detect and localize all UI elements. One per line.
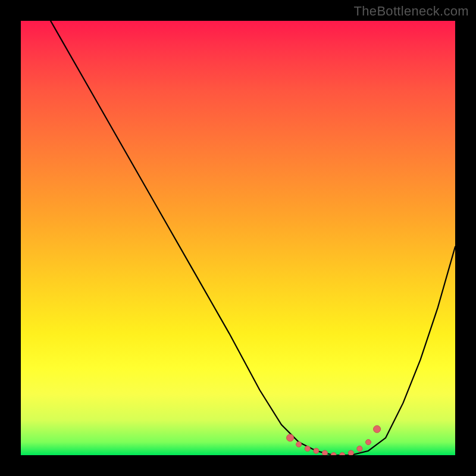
marker-point xyxy=(374,425,381,433)
marker-point xyxy=(305,446,310,452)
marker-point xyxy=(366,440,371,445)
marker-point xyxy=(314,448,319,453)
marker-point xyxy=(357,446,362,452)
chart-frame: TheBottleneck.com xyxy=(0,0,476,476)
marker-point xyxy=(322,450,328,455)
curve-layer xyxy=(21,21,455,455)
marker-point xyxy=(348,450,353,455)
plot-area xyxy=(21,21,455,455)
marker-point xyxy=(340,453,345,456)
marker-point xyxy=(296,441,302,447)
bottleneck-curve xyxy=(21,21,455,455)
watermark-text: TheBottleneck.com xyxy=(354,4,469,19)
marker-point xyxy=(331,453,336,456)
marker-point xyxy=(287,434,294,441)
